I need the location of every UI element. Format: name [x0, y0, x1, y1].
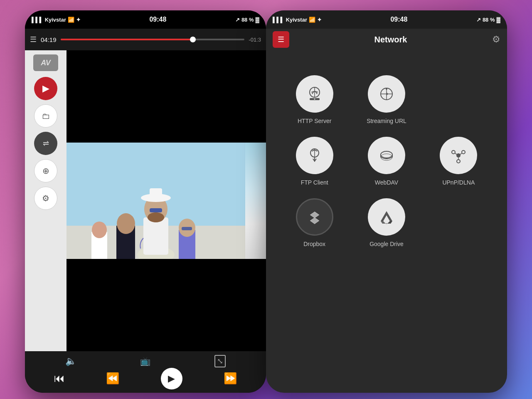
player-content: AV ▶ 🗀 ⇌ ⊕ ⚙ — [25, 50, 266, 351]
webdav-item[interactable]: WebDAV — [355, 137, 418, 186]
svg-marker-43 — [387, 221, 392, 224]
dropbox-icon-circle — [296, 198, 333, 236]
svg-point-10 — [117, 213, 135, 234]
player-toolbar: ☰ 04:19 -01:3 — [25, 29, 266, 50]
right-clock: 09:48 — [390, 16, 407, 23]
google-drive-icon-circle — [368, 198, 405, 236]
menu-lines-icon: ☰ — [278, 35, 284, 44]
svg-line-35 — [455, 153, 457, 155]
play-large-icon: ▶ — [168, 373, 175, 384]
progress-fill — [61, 39, 193, 40]
network-page-title: Network — [374, 35, 407, 44]
av-logo: AV — [33, 54, 58, 71]
hamburger-menu-button[interactable]: ☰ — [273, 31, 289, 48]
svg-marker-39 — [310, 212, 319, 218]
left-clock: 09:48 — [149, 16, 166, 23]
skip-back-button[interactable]: ⏮ — [54, 372, 65, 385]
video-content-svg — [66, 143, 245, 259]
sidebar-folder-button[interactable]: 🗀 — [34, 104, 57, 128]
google-drive-svg-icon — [377, 208, 396, 226]
streaming-url-label: Streaming URL — [367, 118, 406, 124]
control-icons-row: 🔈 📺 ⤡ — [33, 355, 258, 367]
google-drive-label: Google Drive — [369, 241, 404, 247]
dropbox-label: Dropbox — [303, 241, 325, 247]
video-black-bottom — [66, 259, 266, 351]
ftp-client-icon-circle — [296, 137, 333, 174]
webdav-icon-circle — [368, 137, 405, 174]
location-arrow-icon: ↗ — [235, 17, 240, 23]
fast-forward-button[interactable]: ⏩ — [224, 372, 237, 385]
svg-point-15 — [92, 222, 107, 238]
ftp-client-label: FTP Client — [301, 179, 328, 186]
upnp-dlna-svg-icon — [449, 146, 468, 165]
right-signal-icon: ▌▌▌ — [273, 17, 284, 23]
svg-rect-6 — [150, 188, 162, 200]
play-pause-button[interactable]: ▶ — [161, 368, 182, 389]
right-location-icon: ✦ — [317, 17, 322, 23]
streaming-url-svg-icon — [377, 85, 396, 103]
time-remaining: -01:3 — [249, 37, 261, 43]
webdav-svg-icon — [377, 146, 396, 165]
gear-settings-icon[interactable]: ⚙ — [492, 34, 500, 45]
signal-bars-icon: ▌▌▌ — [32, 17, 43, 23]
right-carrier: ▌▌▌ Kyivstar 📶 ✦ — [273, 17, 322, 23]
left-phone: ▌▌▌ Kyivstar 📶 ✦ 09:48 ↗ 88 % ▓ ☰ 04:19 … — [25, 10, 266, 393]
bottom-controls: 🔈 📺 ⤡ ⏮ ⏪ ▶ ⏩ — [25, 351, 266, 393]
menu-icon[interactable]: ☰ — [30, 35, 37, 44]
volume-icon[interactable]: 🔈 — [65, 356, 76, 367]
progress-thumb[interactable] — [190, 37, 196, 42]
rewind-button[interactable]: ⏪ — [106, 372, 119, 385]
display-icon[interactable]: 📺 — [140, 356, 150, 366]
sidebar: AV ▶ 🗀 ⇌ ⊕ ⚙ — [25, 50, 66, 351]
http-server-icon-circle — [296, 75, 333, 113]
svg-point-23 — [386, 88, 387, 90]
battery-label: 88 % — [241, 17, 254, 23]
wifi-icon: 📶 — [68, 17, 74, 23]
svg-point-8 — [148, 212, 164, 222]
http-server-label: HTTP Server — [298, 118, 331, 124]
video-scene — [66, 143, 266, 259]
left-carrier: ▌▌▌ Kyivstar 📶 ✦ — [32, 17, 81, 23]
right-wifi-icon: 📶 — [309, 17, 315, 23]
webdav-label: WebDAV — [375, 179, 398, 186]
left-status-bar: ▌▌▌ Kyivstar 📶 ✦ 09:48 ↗ 88 % ▓ — [25, 10, 266, 29]
svg-point-34 — [457, 160, 460, 163]
right-phone: ▌▌▌ Kyivstar 📶 ✦ 09:48 ↗ 88 % ▓ ☰ Networ… — [266, 10, 507, 393]
svg-marker-40 — [310, 218, 319, 224]
left-status-icons: ↗ 88 % ▓ — [235, 17, 259, 23]
network-header: ☰ Network ⚙ — [266, 29, 507, 50]
streaming-url-item[interactable]: Streaming URL — [355, 75, 418, 124]
http-server-item[interactable]: HTTP Server — [283, 75, 346, 124]
svg-rect-13 — [182, 227, 192, 230]
svg-rect-7 — [150, 208, 162, 212]
right-battery-icon: ▓ — [497, 17, 500, 23]
svg-point-32 — [452, 150, 455, 154]
sidebar-play-button[interactable]: ▶ — [34, 77, 57, 100]
dropbox-item[interactable]: Dropbox — [283, 198, 346, 247]
svg-point-19 — [314, 99, 315, 100]
sidebar-web-button[interactable]: ⊕ — [34, 159, 57, 182]
upnp-dlna-item[interactable]: UPnP/DLNA — [427, 137, 490, 186]
progress-bar[interactable] — [61, 39, 245, 40]
stream-icon: ⇌ — [43, 139, 49, 148]
right-status-bar: ▌▌▌ Kyivstar 📶 ✦ 09:48 ↗ 88 % ▓ — [266, 10, 507, 29]
svg-marker-41 — [381, 211, 392, 221]
video-frame[interactable] — [66, 143, 266, 259]
battery-icon: ▓ — [256, 17, 259, 23]
video-area — [66, 50, 266, 351]
video-black-top — [66, 50, 266, 143]
svg-point-31 — [456, 153, 461, 158]
network-grid: HTTP Server Streaming URL — [266, 50, 507, 256]
aspect-ratio-icon[interactable]: ⤡ — [214, 355, 226, 367]
ftp-client-svg-icon — [305, 146, 324, 165]
globe-icon: ⊕ — [42, 166, 49, 176]
right-location-arrow-icon: ↗ — [476, 17, 481, 23]
sidebar-stream-button[interactable]: ⇌ — [34, 132, 57, 155]
ftp-client-item[interactable]: FTP Client — [283, 137, 346, 186]
svg-point-33 — [462, 150, 465, 154]
folder-search-icon: 🗀 — [42, 111, 50, 121]
sidebar-settings-button[interactable]: ⚙ — [34, 187, 57, 210]
right-status-icons: ↗ 88 % ▓ — [476, 17, 500, 23]
svg-line-36 — [460, 153, 462, 155]
google-drive-item[interactable]: Google Drive — [355, 198, 418, 247]
